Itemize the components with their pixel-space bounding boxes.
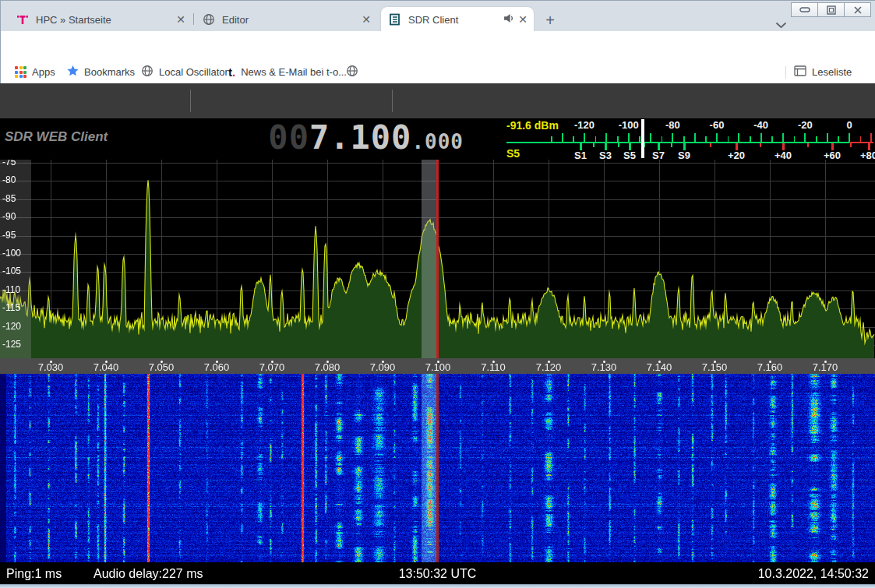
smeter-tick [827,133,828,142]
smeter-needle [641,119,644,158]
frequency-mhz-khz: 7.100 [309,118,411,157]
tab-close-icon[interactable]: ✕ [360,13,372,26]
db-axis-label: -115 [2,302,20,313]
tab-search-chevron-icon[interactable] [775,18,787,32]
frequency-tick-label[interactable]: 7.080 [310,361,344,373]
smeter-sunit-label: +80 [856,150,875,160]
frequency-tick-label[interactable]: 7.140 [642,361,676,373]
smeter-tick [628,133,630,142]
bookmark-label: Local Oscillator [159,66,228,78]
smeter-tick [595,136,597,142]
tab-audio-icon[interactable] [503,13,513,26]
frequency-tick-label[interactable]: 7.120 [531,361,566,373]
tab-close-icon[interactable]: ✕ [175,13,187,26]
tab-sdr-client[interactable]: SDR Client ✕ [381,7,534,32]
tab-strip: HPC » Startseite ✕ Editor ✕ SDR Client ✕… [0,0,875,31]
smeter-tick [562,133,563,142]
smeter-minor-tick [671,143,672,147]
t-online-icon: t. [228,65,235,79]
smeter-tick [849,133,850,142]
db-axis-label: -100 [2,248,21,259]
db-axis-label: -80 [2,174,16,185]
bookmark-local-oscillator[interactable]: Local Oscillator [141,64,228,80]
tab-title: Editor [222,14,360,26]
sdr-control-bar: 100 RF: 70 dB 40M LSB 2.7K 50Hz 156K -20… [0,83,875,118]
star-icon [67,65,79,79]
tab-title: HPC » Startseite [36,14,175,26]
bookmark-label: News & E-Mail bei t-o... [241,66,347,78]
db-axis-strip: -75-80-85-90-95-100-105-110-115-120-125 [0,160,31,358]
smeter-tick [728,136,729,142]
reading-list-label: Leseliste [812,66,852,78]
frequency-tick-label[interactable]: 7.150 [697,361,732,373]
smeter-sunit-label: +40 [771,150,796,160]
window-bottom-frame [0,584,875,588]
close-button[interactable] [844,2,871,17]
smeter-minor-tick [710,143,711,147]
globe-icon [203,13,215,26]
smeter-tick [705,136,707,142]
smeter-dbm-label: -80 [660,119,685,131]
bookmark-t-online[interactable]: t. News & E-Mail bei t-o... [228,64,347,80]
smeter-tick [716,133,718,142]
frequency-tick-label[interactable]: 7.050 [144,361,178,373]
frequency-display[interactable]: 007.100.000 [226,118,464,160]
passband-overlay[interactable] [422,160,437,358]
smeter-minor-tick [760,143,761,147]
tab-hpc-startseite[interactable]: HPC » Startseite ✕ [9,7,193,32]
smeter-tick [870,133,872,142]
window-controls [792,2,871,17]
smeter-tick [650,133,651,142]
tab-separator [193,13,194,25]
smeter-tick [760,133,762,142]
frequency-tick-label[interactable]: 7.130 [587,361,621,373]
db-axis-label: -75 [2,160,16,167]
tab-close-icon[interactable]: ✕ [517,13,529,26]
client-title: SDR WEB Client [5,129,108,145]
frequency-tick-label[interactable]: 7.030 [34,361,68,373]
tuned-carrier-line-waterfall[interactable] [436,374,439,562]
status-bar: Ping:1 ms Audio delay:227 ms 13:50:32 UT… [0,562,875,584]
smeter-minor-tick [850,143,852,147]
frequency-leading-zeros: 00 [268,118,309,157]
smeter-tick [738,133,739,142]
frequency-tick-label[interactable]: 7.110 [476,361,510,373]
new-tab-button[interactable]: + [541,11,559,30]
smeter-tick [816,136,817,142]
restore-button[interactable] [817,2,845,17]
smeter-tick [573,136,574,142]
tuned-carrier-line[interactable] [436,160,439,358]
bookmark-label: Bookmarks [84,66,135,78]
bookmark-unnamed[interactable] [346,64,364,80]
smeter-tick [672,133,673,142]
browser-window: HPC » Startseite ✕ Editor ✕ SDR Client ✕… [0,0,875,588]
sdr-header: SDR WEB Client 007.100.000 -91.6 dBm S5 … [0,118,875,160]
db-axis-label: -85 [2,193,16,204]
smeter-dbm-label: -100 [616,119,641,131]
tab-editor[interactable]: Editor ✕ [195,7,379,32]
passband-overlay-waterfall[interactable] [422,374,437,562]
smeter-minor-tick [593,143,595,147]
frequency-tick-label[interactable]: 7.100 [421,361,455,373]
reading-list-button[interactable]: Leseliste [794,64,852,80]
frequency-tick-label[interactable]: 7.170 [808,361,842,373]
db-axis-label: -110 [2,284,20,295]
smeter-dbm-label: -120 [572,119,597,131]
frequency-tick-label[interactable]: 7.090 [365,361,400,373]
smeter-tick [617,136,619,142]
db-axis-label: -125 [2,339,21,350]
smeter-tick [584,133,585,142]
smeter-tick [683,136,685,142]
frequency-tick-label[interactable]: 7.040 [89,361,123,373]
minimize-button[interactable] [791,2,818,17]
bookmark-apps[interactable]: Apps [15,64,55,80]
smeter-sunit-label: +60 [820,150,845,160]
smeter-tick [804,133,806,142]
smeter-baseline-green [506,142,849,143]
bookmark-bookmarks[interactable]: Bookmarks [67,64,135,80]
frequency-tick-label[interactable]: 7.160 [753,361,787,373]
frequency-tick-label[interactable]: 7.060 [199,361,234,373]
frequency-scale[interactable]: 7.0307.0407.0507.0607.0707.0807.0907.100… [0,358,875,374]
smeter-sunit-label: S9 [672,150,697,160]
frequency-tick-label[interactable]: 7.070 [255,361,289,373]
